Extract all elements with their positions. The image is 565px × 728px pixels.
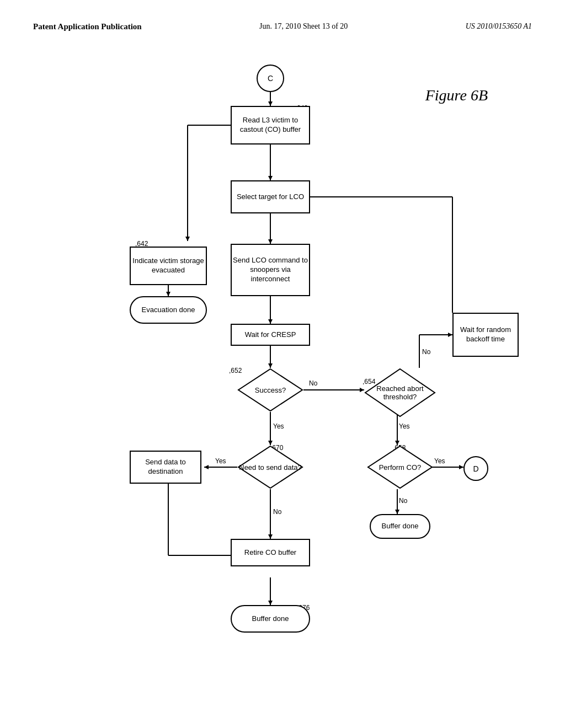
header-center: Jun. 17, 2010 Sheet 13 of 20 <box>259 22 348 31</box>
header-left: Patent Application Publication <box>33 22 142 31</box>
svg-text:No: No <box>309 379 318 387</box>
svg-text:Yes: Yes <box>215 457 226 465</box>
svg-marker-20 <box>448 333 452 337</box>
node-640: Read L3 victim to castout (CO) buffer <box>231 106 310 144</box>
node-660: Buffer done <box>370 514 430 539</box>
node-646: Select target for LCO <box>231 180 310 213</box>
figure-label: Figure 6B <box>425 87 488 104</box>
svg-text:No: No <box>399 497 408 505</box>
node-670: Need to send data? <box>237 445 303 489</box>
header: Patent Application Publication Jun. 17, … <box>33 22 532 31</box>
node-650: Wait for CRESP <box>231 324 310 346</box>
svg-marker-32 <box>395 510 399 514</box>
node-c: C <box>257 65 284 92</box>
svg-marker-29 <box>459 465 463 469</box>
node-658: Perform CO? <box>367 445 433 489</box>
node-672: Send data to destination <box>130 451 201 484</box>
page: Patent Application Publication Jun. 17, … <box>0 0 565 728</box>
node-642: Indicate victim storage evacuated <box>130 247 207 285</box>
svg-marker-1 <box>268 101 273 106</box>
diagram-container: Figure 6B <box>33 42 532 682</box>
node-652: Success? <box>237 368 303 412</box>
svg-marker-3 <box>268 176 273 180</box>
header-right: US 2010/0153650 A1 <box>466 22 532 31</box>
node-674: Retire CO buffer <box>231 539 310 566</box>
svg-marker-47 <box>268 601 273 605</box>
node-644: Evacuation done <box>130 296 207 324</box>
node-648: Send LCO command to snoopers via interco… <box>231 244 310 296</box>
svg-text:Yes: Yes <box>273 422 284 430</box>
node-d: D <box>463 456 488 481</box>
svg-text:No: No <box>273 508 282 516</box>
svg-text:Yes: Yes <box>399 422 410 430</box>
svg-text:No: No <box>422 348 431 356</box>
node-656: Wait for random backoff time <box>452 313 519 357</box>
svg-marker-38 <box>204 465 209 469</box>
svg-marker-16 <box>360 388 364 392</box>
node-654: Reached abort threshold? <box>364 368 436 417</box>
node-676: Buffer done <box>231 605 310 633</box>
svg-marker-6 <box>185 237 190 241</box>
svg-text:Yes: Yes <box>434 457 445 465</box>
svg-marker-14 <box>268 363 273 368</box>
svg-marker-12 <box>268 319 273 324</box>
svg-marker-8 <box>166 292 170 296</box>
svg-marker-10 <box>268 239 273 244</box>
